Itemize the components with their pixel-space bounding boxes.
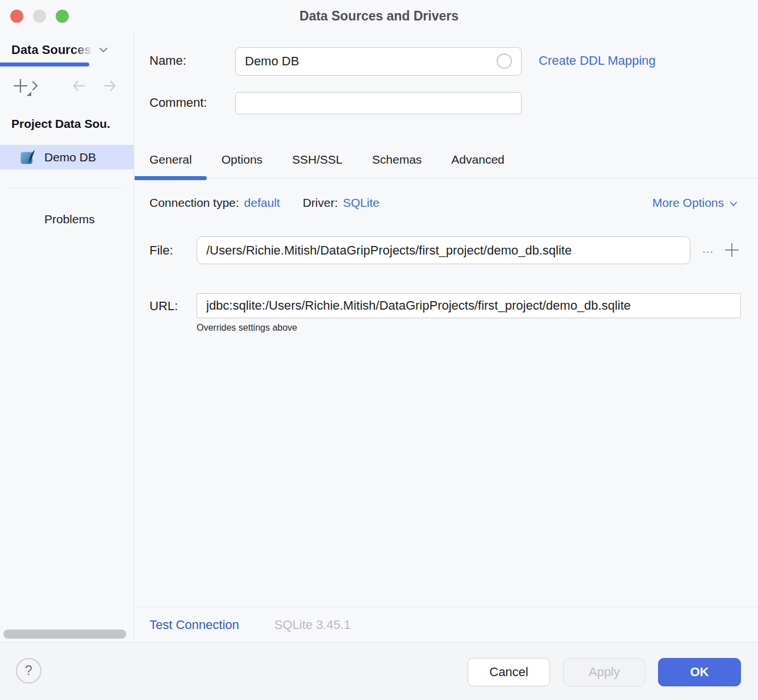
- sidebar-item-problems[interactable]: Problems: [44, 209, 95, 230]
- file-label: File:: [149, 243, 173, 258]
- tab-bar: General Options SSH/SSL Schemas Advanced: [135, 141, 758, 178]
- sidebar-toolbar: [0, 76, 134, 99]
- chevron-down-icon: [98, 44, 109, 56]
- cancel-button[interactable]: Cancel: [468, 658, 550, 686]
- sidebar-divider: [10, 188, 123, 188]
- test-connection-link[interactable]: Test Connection: [149, 618, 239, 632]
- data-sources-dialog: Data Sources and Drivers Data Sources: [0, 0, 758, 700]
- ok-button[interactable]: OK: [658, 658, 741, 686]
- connection-type-value-link[interactable]: default: [244, 196, 280, 210]
- arrow-right-icon: [101, 77, 119, 95]
- driver-label: Driver:: [303, 196, 338, 210]
- project-data-sources-header: Project Data Sou.: [11, 117, 133, 131]
- arrow-left-icon: [70, 77, 88, 95]
- tab-general[interactable]: General: [135, 141, 207, 178]
- driver-version: SQLite 3.45.1: [274, 618, 351, 632]
- connection-row: Connection type: default Driver: SQLite: [149, 194, 380, 211]
- tab-options[interactable]: Options: [207, 141, 277, 178]
- tab-ssh-ssl[interactable]: SSH/SSL: [277, 141, 357, 178]
- comment-input[interactable]: [235, 92, 522, 114]
- plus-icon[interactable]: [722, 240, 742, 260]
- url-input[interactable]: [197, 293, 741, 318]
- data-source-label: Demo DB: [44, 151, 96, 164]
- panel-tab-data-sources[interactable]: Data Sources: [11, 41, 109, 59]
- panel-tab-active-indicator: [0, 63, 89, 66]
- forward-button[interactable]: [100, 76, 119, 95]
- browse-ellipsis-icon[interactable]: …: [699, 241, 717, 259]
- chevron-down-icon: [728, 199, 739, 209]
- plus-dropdown-icon: [11, 74, 41, 97]
- tab-advanced[interactable]: Advanced: [436, 141, 519, 178]
- url-hint: Overrides settings above: [197, 323, 297, 333]
- question-mark-icon: ?: [25, 663, 32, 678]
- help-button[interactable]: ?: [16, 658, 41, 684]
- panel-tab-label: Data Sources: [11, 43, 95, 57]
- sqlite-icon: [20, 149, 36, 165]
- sidebar: Data Sources: [0, 32, 134, 642]
- apply-button[interactable]: Apply: [563, 658, 645, 686]
- create-ddl-mapping-link[interactable]: Create DDL Mapping: [539, 53, 656, 68]
- window-title: Data Sources and Drivers: [0, 0, 758, 32]
- status-circle-icon: [497, 53, 512, 69]
- titlebar: Data Sources and Drivers: [0, 0, 758, 32]
- connection-test-row: Test Connection SQLite 3.45.1: [135, 607, 758, 642]
- horizontal-scrollbar[interactable]: [3, 630, 126, 639]
- main-panel: Name: Create DDL Mapping Comment: Genera…: [135, 32, 758, 642]
- more-options-link[interactable]: More Options: [652, 194, 739, 211]
- add-data-source-button[interactable]: [11, 76, 41, 95]
- url-label: URL:: [149, 299, 178, 314]
- connection-type-label: Connection type:: [149, 196, 239, 210]
- data-source-item-demo-db[interactable]: Demo DB: [0, 145, 134, 169]
- file-path-input[interactable]: [197, 236, 690, 264]
- name-input[interactable]: [235, 47, 522, 76]
- driver-value-link[interactable]: SQLite: [343, 196, 380, 210]
- comment-label: Comment:: [149, 95, 207, 110]
- tab-schemas[interactable]: Schemas: [357, 141, 437, 178]
- dialog-footer: ? Cancel Apply OK: [0, 642, 758, 700]
- back-button[interactable]: [69, 76, 89, 95]
- name-label: Name:: [149, 53, 186, 68]
